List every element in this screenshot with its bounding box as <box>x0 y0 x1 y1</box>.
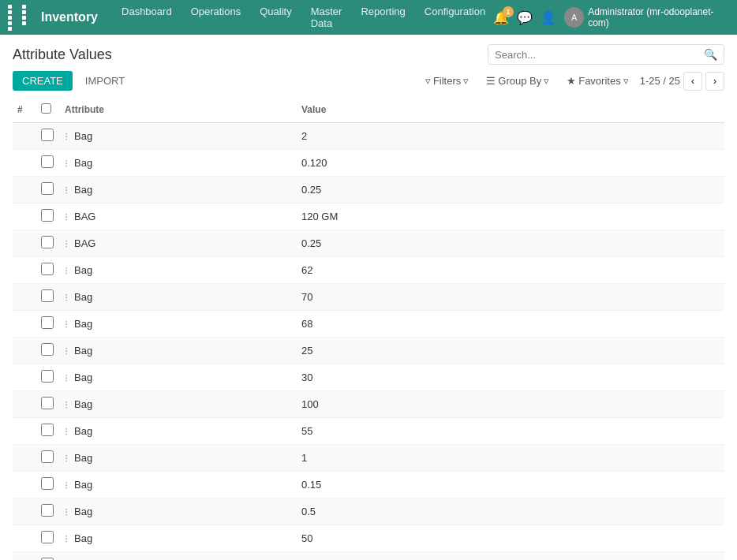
search-icon[interactable]: 🔍 <box>704 48 717 61</box>
row-value: 55 <box>297 418 724 445</box>
drag-handle-icon[interactable]: ⁝ <box>65 318 68 330</box>
drag-handle-icon[interactable]: ⁝ <box>65 371 68 384</box>
table-row[interactable]: ⁝ Bag 2 <box>13 123 724 150</box>
table-row[interactable]: ⁝ BAG 0.25 <box>13 230 724 257</box>
row-checkbox[interactable] <box>41 397 54 409</box>
row-attribute: ⁝ Bag <box>60 338 297 364</box>
drag-handle-icon[interactable]: ⁝ <box>65 506 68 518</box>
table-row[interactable]: ⁝ Bag 68 <box>13 311 724 338</box>
table-row[interactable]: ⁝ Bag 0.5 <box>13 498 724 525</box>
row-index <box>13 445 36 472</box>
drag-handle-icon[interactable]: ⁝ <box>65 237 68 250</box>
row-checkbox[interactable] <box>41 504 54 517</box>
row-checkbox[interactable] <box>41 155 54 168</box>
drag-handle-icon[interactable]: ⁝ <box>65 425 68 438</box>
row-checkbox[interactable] <box>41 424 54 436</box>
nav-operations[interactable]: Operations <box>183 2 249 32</box>
table-body: ⁝ Bag 2 ⁝ Bag 0.120 <box>13 123 724 561</box>
row-checkbox-cell <box>36 445 60 472</box>
row-checkbox-cell <box>36 177 60 203</box>
row-attribute: ⁝ Bag <box>60 498 297 525</box>
table-row[interactable]: ⁝ Bag 0.120 <box>13 150 724 177</box>
user-menu[interactable]: A Administrator (mr-odooplanet-com) <box>564 6 729 28</box>
drag-handle-icon[interactable]: ⁝ <box>65 291 68 304</box>
row-checkbox[interactable] <box>41 289 54 302</box>
nav-configuration[interactable]: Configuration <box>417 2 493 32</box>
row-checkbox-cell <box>36 203 60 230</box>
row-index <box>13 338 36 364</box>
nav-reporting[interactable]: Reporting <box>353 2 413 32</box>
notifications-button[interactable]: 🔔 1 <box>493 10 509 25</box>
table-row[interactable]: ⁝ Bag 25 <box>13 338 724 364</box>
table-row[interactable]: ⁝ Bag 30 <box>13 364 724 391</box>
row-checkbox[interactable] <box>41 182 54 195</box>
pagination-info: 1-25 / 25 <box>640 75 680 87</box>
star-icon: ★ <box>567 75 576 87</box>
drag-handle-icon[interactable]: ⁝ <box>65 184 68 196</box>
filter-icon: ▿ <box>425 75 431 87</box>
select-all-checkbox[interactable] <box>41 103 51 114</box>
pagination-next-button[interactable]: › <box>705 72 724 91</box>
table-row[interactable]: ⁝ Bag 50 <box>13 525 724 552</box>
create-button[interactable]: CREATE <box>13 71 73 91</box>
row-checkbox[interactable] <box>41 477 54 490</box>
drag-handle-icon[interactable]: ⁝ <box>65 398 68 411</box>
search-input[interactable] <box>495 49 704 61</box>
favorites-button[interactable]: ★ Favorites ▿ <box>560 72 634 90</box>
row-checkbox[interactable] <box>41 129 54 141</box>
row-checkbox[interactable] <box>41 370 54 383</box>
row-value: 20 <box>297 552 724 561</box>
attribute-value: Bag <box>74 506 92 517</box>
row-checkbox[interactable] <box>41 263 54 275</box>
row-checkbox-cell <box>36 150 60 177</box>
pagination-prev-button[interactable]: ‹ <box>683 72 702 91</box>
nav-dashboard[interactable]: Dashboard <box>114 2 180 32</box>
drag-handle-icon[interactable]: ⁝ <box>65 264 68 277</box>
row-value: 50 <box>297 525 724 552</box>
filters-button[interactable]: ▿ Filters ▿ <box>419 72 475 90</box>
row-value: 30 <box>297 364 724 391</box>
row-checkbox[interactable] <box>41 531 54 543</box>
page-title: Attribute Values <box>13 47 112 63</box>
row-checkbox-cell <box>36 338 60 364</box>
table-row[interactable]: ⁝ Bag 20 <box>13 552 724 561</box>
col-header-attribute[interactable]: Attribute <box>60 97 297 123</box>
drag-handle-icon[interactable]: ⁝ <box>65 211 68 223</box>
row-index <box>13 552 36 561</box>
row-checkbox[interactable] <box>41 343 54 356</box>
user-name: Administrator (mr-odooplanet-com) <box>588 6 729 28</box>
table-row[interactable]: ⁝ Bag 62 <box>13 257 724 284</box>
table-row[interactable]: ⁝ Bag 0.15 <box>13 472 724 498</box>
messaging-button[interactable]: 💬 <box>517 10 533 25</box>
table-row[interactable]: ⁝ Bag 1 <box>13 445 724 472</box>
row-value: 25 <box>297 338 724 364</box>
groupby-button[interactable]: ☰ Group By ▿ <box>480 72 556 90</box>
table-row[interactable]: ⁝ Bag 100 <box>13 391 724 418</box>
drag-handle-icon[interactable]: ⁝ <box>65 157 68 170</box>
row-checkbox[interactable] <box>41 209 54 222</box>
table-row[interactable]: ⁝ Bag 55 <box>13 418 724 445</box>
row-checkbox[interactable] <box>41 236 54 248</box>
drag-handle-icon[interactable]: ⁝ <box>65 345 68 357</box>
drag-handle-icon[interactable]: ⁝ <box>65 532 68 545</box>
row-attribute: ⁝ Bag <box>60 284 297 311</box>
row-index <box>13 311 36 338</box>
nav-master-data[interactable]: Master Data <box>303 2 350 32</box>
row-value: 120 GM <box>297 203 724 230</box>
drag-handle-icon[interactable]: ⁝ <box>65 479 68 491</box>
row-checkbox[interactable] <box>41 450 54 463</box>
table-row[interactable]: ⁝ Bag 0.25 <box>13 177 724 203</box>
row-checkbox-cell <box>36 391 60 418</box>
contacts-button[interactable]: 👤 <box>541 10 556 25</box>
row-checkbox-cell <box>36 418 60 445</box>
groupby-icon: ☰ <box>486 75 496 87</box>
attribute-value: Bag <box>74 318 92 330</box>
row-checkbox[interactable] <box>41 316 54 329</box>
table-row[interactable]: ⁝ Bag 70 <box>13 284 724 311</box>
import-button[interactable]: IMPORT <box>79 71 131 91</box>
drag-handle-icon[interactable]: ⁝ <box>65 452 68 465</box>
nav-quality[interactable]: Quality <box>252 2 299 32</box>
drag-handle-icon[interactable]: ⁝ <box>65 130 68 143</box>
apps-menu-button[interactable] <box>8 5 35 31</box>
table-row[interactable]: ⁝ BAG 120 GM <box>13 203 724 230</box>
